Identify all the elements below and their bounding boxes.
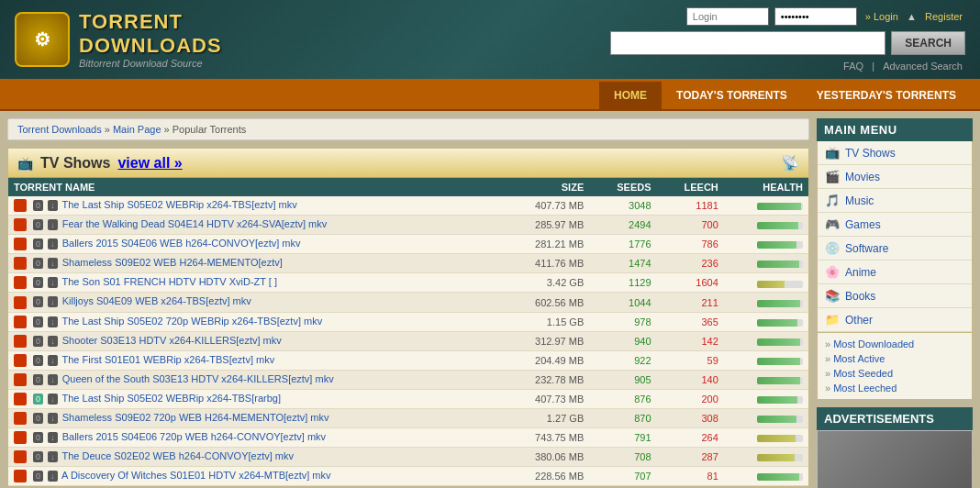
- breadcrumb-main[interactable]: Main Page: [113, 124, 161, 135]
- breadcrumb-home[interactable]: Torrent Downloads: [17, 124, 102, 135]
- health-fill: [757, 319, 797, 327]
- torrent-link[interactable]: The Son S01 FRENCH HDTV HDTV XviD-ZT [ ]: [62, 276, 278, 287]
- torrent-link[interactable]: Killjoys S04E09 WEB x264-TBS[eztv] mkv: [62, 295, 251, 306]
- sidebar-title: MAIN MENU: [817, 118, 973, 141]
- sidebar-link[interactable]: 📺 TV Shows: [818, 141, 972, 164]
- nav-today[interactable]: TODAY'S TORRENTS: [662, 82, 802, 109]
- login-links: » Login ▲ Register: [863, 11, 965, 22]
- sidebar-link[interactable]: 📁 Other: [818, 308, 972, 331]
- badge-dl: ↓: [48, 451, 58, 462]
- torrent-name-cell: 0 ↓ The Son S01 FRENCH HDTV HDTV XviD-ZT…: [8, 273, 500, 293]
- login-link[interactable]: » Login: [865, 11, 898, 22]
- torrent-link[interactable]: Shooter S03E13 HDTV x264-KILLERS[eztv] m…: [62, 335, 282, 346]
- torrent-link[interactable]: The Last Ship S05E02 WEBRip x264-TBS[ezt…: [62, 199, 297, 210]
- col-leech: LEECH: [657, 178, 724, 196]
- torrent-name-cell: 0 ↓ Fear the Walking Dead S04E14 HDTV x2…: [8, 216, 500, 235]
- menu-label: Other: [845, 314, 873, 327]
- table-row: 0 ↓ The Last Ship S05E02 720p WEBRip x26…: [8, 312, 808, 331]
- table-row: 0 ↓ A Discovery Of Witches S01E01 HDTV x…: [8, 467, 808, 486]
- health-bar: [757, 454, 803, 461]
- login-row: » Login ▲ Register: [686, 7, 965, 26]
- sidebar-link[interactable]: 🌸 Anime: [818, 261, 972, 283]
- health-fill: [757, 473, 799, 481]
- table-row: 0 ↓ Killjoys S04E09 WEB x264-TBS[eztv] m…: [8, 293, 808, 312]
- sidebar-link[interactable]: 🎮 Games: [818, 213, 972, 236]
- sidebar-quick-link[interactable]: Most Active: [825, 351, 964, 366]
- site-tagline: Bittorrent Download Source: [79, 58, 222, 69]
- torrent-leech: 1604: [657, 273, 724, 293]
- health-fill: [757, 261, 799, 268]
- torrent-leech: 1181: [657, 196, 724, 216]
- torrent-leech: 264: [657, 428, 724, 448]
- torrent-link[interactable]: A Discovery Of Witches S01E01 HDTV x264-…: [61, 470, 330, 481]
- faq-link[interactable]: FAQ: [843, 61, 863, 72]
- header-right: » Login ▲ Register SEARCH FAQ | Advanced…: [610, 7, 965, 72]
- sidebar-quick-link[interactable]: Most Downloaded: [825, 337, 964, 351]
- sidebar-link[interactable]: 🎬 Movies: [818, 165, 972, 188]
- torrent-health: [724, 293, 808, 312]
- password-input[interactable]: [774, 7, 857, 26]
- torrent-name-cell: 0 ↓ The Last Ship S05E02 WEBRip x264-TBS…: [8, 196, 500, 216]
- site-title: TORRENT: [79, 10, 222, 34]
- col-seeds: SEEDS: [589, 178, 656, 196]
- badge-0: 0: [33, 413, 43, 424]
- sidebar-quick-link[interactable]: Most Seeded: [825, 366, 964, 381]
- torrent-name-cell: 0 ↓ The First S01E01 WEBRip x264-TBS[ezt…: [8, 350, 500, 370]
- torrent-link[interactable]: Shameless S09E02 720p WEB H264-MEMENTO[e…: [62, 412, 329, 423]
- health-fill: [757, 222, 798, 229]
- torrent-seeds: 905: [589, 370, 656, 389]
- torrent-link[interactable]: The Last Ship S05E02 WEBRip x264-TBS[rar…: [62, 393, 281, 404]
- tv-table-body: 0 ↓ The Last Ship S05E02 WEBRip x264-TBS…: [8, 196, 808, 486]
- nav-yesterday[interactable]: YESTERDAY'S TORRENTS: [802, 82, 971, 109]
- sidebar-link[interactable]: 🎵 Music: [818, 189, 972, 212]
- tv-view-all[interactable]: view all »: [117, 155, 182, 172]
- advanced-search-link[interactable]: Advanced Search: [883, 61, 963, 72]
- sidebar-item-software: 💿 Software: [818, 237, 972, 261]
- torrent-health: [724, 254, 808, 273]
- breadcrumb: Torrent Downloads » Main Page » Popular …: [7, 118, 809, 140]
- search-input[interactable]: [610, 31, 885, 55]
- torrent-size: 228.56 MB: [500, 467, 589, 486]
- search-button[interactable]: SEARCH: [891, 31, 965, 55]
- torrent-leech: 59: [657, 350, 724, 370]
- torrent-size: 1.27 GB: [500, 409, 589, 428]
- table-row: 0 ↓ The First S01E01 WEBRip x264-TBS[ezt…: [8, 350, 808, 370]
- torrent-link[interactable]: Fear the Walking Dead S04E14 HDTV x264-S…: [62, 218, 328, 229]
- tv-torrent-table: TORRENT NAME SIZE SEEDS LEECH HEALTH 0 ↓…: [8, 178, 808, 486]
- sidebar-quick-link[interactable]: Most Leeched: [825, 381, 964, 395]
- sidebar-link[interactable]: 💿 Software: [818, 237, 972, 260]
- main-menu-section: MAIN MENU 📺 TV Shows 🎬 Movies 🎵 Music 🎮 …: [817, 118, 973, 400]
- menu-icon: 🌸: [825, 265, 840, 279]
- torrent-link[interactable]: Ballers 2015 S04E06 720p WEB h264-CONVOY…: [62, 431, 326, 442]
- torrent-type-icon: [14, 431, 27, 444]
- table-header: TORRENT NAME SIZE SEEDS LEECH HEALTH: [8, 178, 808, 196]
- torrent-seeds: 940: [589, 331, 656, 350]
- health-fill: [757, 281, 785, 288]
- torrent-link[interactable]: Shameless S09E02 WEB H264-MEMENTO[eztv]: [62, 257, 283, 268]
- register-link[interactable]: Register: [925, 11, 963, 22]
- torrent-link[interactable]: Queen of the South S03E13 HDTV x264-KILL…: [62, 373, 334, 384]
- torrent-seeds: 791: [589, 428, 656, 448]
- tv-rss-icon[interactable]: 📡: [781, 154, 799, 172]
- torrent-link[interactable]: The Last Ship S05E02 720p WEBRip x264-TB…: [62, 316, 323, 327]
- torrent-size: 232.78 MB: [500, 370, 589, 389]
- sidebar: MAIN MENU 📺 TV Shows 🎬 Movies 🎵 Music 🎮 …: [817, 118, 973, 488]
- nav-home[interactable]: HOME: [599, 82, 662, 109]
- torrent-name-cell: 0 ↓ Ballers 2015 S04E06 720p WEB h264-CO…: [8, 428, 500, 448]
- table-row: 0 ↓ Shooter S03E13 HDTV x264-KILLERS[ezt…: [8, 331, 808, 350]
- sidebar-link[interactable]: 📚 Books: [818, 284, 972, 307]
- health-bar: [757, 300, 803, 307]
- menu-label: Games: [845, 218, 881, 231]
- badge-0: 0: [33, 374, 43, 385]
- torrent-size: 3.42 GB: [500, 273, 589, 293]
- torrent-link[interactable]: The Deuce S02E02 WEB h264-CONVOY[eztv] m…: [62, 450, 295, 461]
- torrent-size: 281.21 MB: [500, 235, 589, 254]
- login-input[interactable]: [686, 7, 769, 26]
- torrent-link[interactable]: Ballers 2015 S04E06 WEB h264-CONVOY[eztv…: [62, 238, 301, 249]
- torrent-health: [724, 370, 808, 389]
- torrent-type-icon: [14, 218, 27, 231]
- health-fill: [757, 416, 796, 423]
- badge-dl: ↓: [48, 258, 58, 269]
- health-fill: [757, 377, 800, 384]
- torrent-link[interactable]: The First S01E01 WEBRip x264-TBS[eztv] m…: [62, 354, 275, 365]
